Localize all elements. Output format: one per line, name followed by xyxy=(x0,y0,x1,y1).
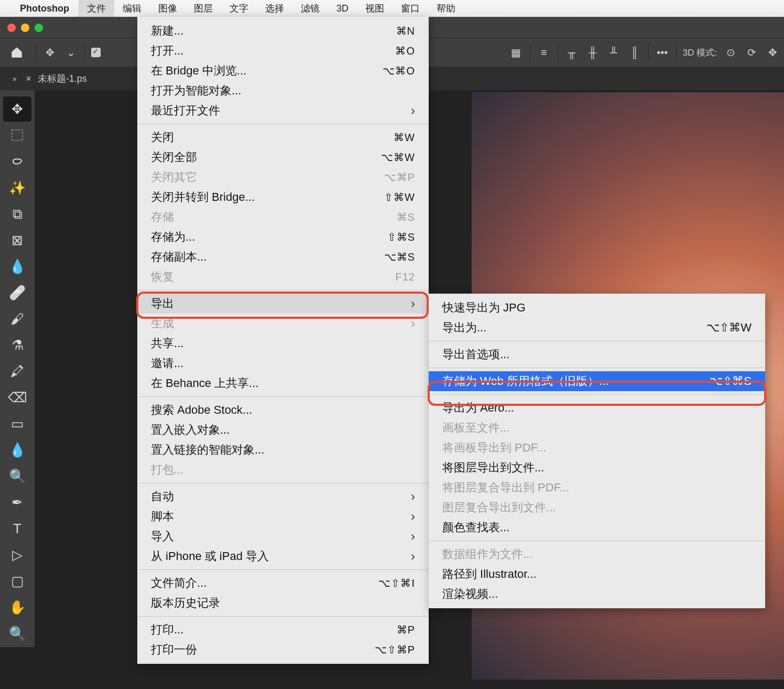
menu-image[interactable]: 图像 xyxy=(150,0,186,17)
file-menu-item[interactable]: 版本历史记录 xyxy=(137,593,429,613)
menu-item-label: 置入嵌入对象... xyxy=(151,422,230,438)
file-menu-item[interactable]: 导入 xyxy=(137,526,429,546)
distribute-middle-icon[interactable]: ╫ xyxy=(585,45,600,60)
file-menu-item[interactable]: 自动 xyxy=(137,487,429,507)
svg-rect-0 xyxy=(12,130,23,141)
export-submenu-item[interactable]: 导出为...⌥⇧⌘W xyxy=(429,318,765,338)
path-selection-tool[interactable]: ▷ xyxy=(3,542,31,567)
align-center-icon[interactable]: ≡ xyxy=(537,45,551,60)
rotate-3d-icon[interactable]: ⟳ xyxy=(744,45,759,60)
crop-tool[interactable]: ⧉ xyxy=(3,201,31,227)
menu-item-shortcut: ⇧⌘W xyxy=(384,191,415,203)
file-menu-item[interactable]: 导出 xyxy=(137,294,429,314)
file-menu-item[interactable]: 从 iPhone 或 iPad 导入 xyxy=(137,546,429,566)
file-menu-item[interactable]: 置入嵌入对象... xyxy=(137,420,429,440)
marquee-tool[interactable] xyxy=(3,123,31,148)
dodge-tool[interactable]: 🔍 xyxy=(3,464,31,489)
menu-item-label: 关闭并转到 Bridge... xyxy=(151,189,255,205)
brush-tool[interactable]: 🖌 xyxy=(3,306,31,331)
file-menu-item[interactable]: 打开...⌘O xyxy=(137,41,429,61)
menu-help[interactable]: 帮助 xyxy=(428,0,464,17)
move-tool[interactable]: ✥ xyxy=(3,96,31,122)
file-menu-item[interactable]: 搜索 Adobe Stock... xyxy=(137,400,429,420)
gradient-tool[interactable]: ▭ xyxy=(3,411,31,436)
file-menu-item[interactable]: 在 Behance 上共享... xyxy=(137,373,429,393)
file-menu-item[interactable]: 置入链接的智能对象... xyxy=(137,440,429,460)
file-menu-item[interactable]: 文件简介...⌥⇧⌘I xyxy=(137,573,429,593)
document-tab-title[interactable]: 未标题-1.ps xyxy=(38,72,87,85)
zoom-tool[interactable]: 🔍 xyxy=(3,621,31,646)
type-tool[interactable]: T xyxy=(3,516,31,541)
pen-tool[interactable]: ✒ xyxy=(3,490,31,515)
menu-item-label: 搜索 Adobe Stock... xyxy=(151,402,252,418)
menu-3d[interactable]: 3D xyxy=(328,1,357,16)
menu-select[interactable]: 选择 xyxy=(257,0,292,17)
menu-view[interactable]: 视图 xyxy=(357,0,393,17)
move-tool-icon[interactable]: ✥ xyxy=(42,45,57,60)
file-menu-item[interactable]: 最近打开文件 xyxy=(137,101,429,121)
file-menu-item[interactable]: 打开为智能对象... xyxy=(137,81,429,101)
file-menu-item[interactable]: 存储为...⇧⌘S xyxy=(137,227,429,247)
menu-edit[interactable]: 编辑 xyxy=(114,0,150,17)
file-menu-item[interactable]: 共享... xyxy=(137,333,429,353)
healing-brush-tool[interactable]: 🩹 xyxy=(3,280,31,305)
menu-item-shortcut: F12 xyxy=(396,271,415,283)
export-submenu-item[interactable]: 快速导出为 JPG xyxy=(429,298,765,318)
distribute-top-icon[interactable]: ╥ xyxy=(564,45,579,60)
export-submenu-item[interactable]: 导出为 Aero... xyxy=(429,398,765,418)
blur-tool[interactable]: 💧 xyxy=(3,437,31,462)
menu-item-label: 共享... xyxy=(151,336,183,351)
home-button[interactable] xyxy=(4,42,29,63)
export-submenu-item[interactable]: 路径到 Illustrator... xyxy=(429,564,765,584)
app-name: Photoshop xyxy=(20,3,69,14)
menu-item-label: 导出 xyxy=(151,296,174,311)
file-menu-item[interactable]: 脚本 xyxy=(137,507,429,526)
close-tab-button[interactable]: × xyxy=(26,73,31,84)
menu-window[interactable]: 窗口 xyxy=(393,0,428,17)
export-submenu-item[interactable]: 将图层导出到文件... xyxy=(429,458,765,478)
close-window-icon[interactable] xyxy=(7,24,16,32)
menu-item-label: 将图层导出到文件... xyxy=(442,460,544,476)
file-menu-item[interactable]: 存储副本...⌥⌘S xyxy=(137,247,429,267)
collapse-panels-icon[interactable]: ›› xyxy=(13,74,15,83)
file-menu-item[interactable]: 邀请... xyxy=(137,353,429,373)
magic-wand-tool[interactable]: ✨ xyxy=(3,175,31,200)
file-menu-item[interactable]: 关闭⌘W xyxy=(137,127,429,147)
menu-type[interactable]: 文字 xyxy=(221,0,257,17)
file-menu-item[interactable]: 打印一份⌥⇧⌘P xyxy=(137,640,429,660)
align-left-icon[interactable]: ▦ xyxy=(509,45,524,60)
dropdown-caret-icon[interactable]: ⌄ xyxy=(63,45,78,60)
distribute-spacing-icon[interactable]: ║ xyxy=(627,45,642,60)
file-menu-item[interactable]: 打印...⌘P xyxy=(137,620,429,640)
file-menu-item[interactable]: 在 Bridge 中浏览...⌥⌘O xyxy=(137,61,429,81)
menu-item-label: 邀请... xyxy=(151,356,183,371)
lasso-tool[interactable] xyxy=(3,149,31,174)
menu-filter[interactable]: 滤镜 xyxy=(292,0,328,17)
menu-item-shortcut: ⇧⌘S xyxy=(387,231,415,243)
pan-3d-icon[interactable]: ✥ xyxy=(765,45,780,60)
file-menu-item[interactable]: 关闭全部⌥⌘W xyxy=(137,147,429,167)
frame-tool[interactable]: ⊠ xyxy=(3,228,31,253)
file-menu-item[interactable]: 新建...⌘N xyxy=(137,21,429,41)
menu-layer[interactable]: 图层 xyxy=(186,0,221,17)
export-submenu-item[interactable]: 存储为 Web 所用格式（旧版）...⌥⇧⌘S xyxy=(429,371,765,391)
clone-stamp-tool[interactable]: ⚗ xyxy=(3,332,31,358)
more-options-icon[interactable]: ••• xyxy=(655,45,670,60)
menu-item-label: 存储副本... xyxy=(151,249,206,265)
hand-tool[interactable]: ✋ xyxy=(3,595,31,620)
distribute-bottom-icon[interactable]: ╨ xyxy=(606,45,621,60)
menu-file[interactable]: 文件 xyxy=(79,0,114,17)
menu-item-label: 存储为... xyxy=(151,229,195,245)
orbit-3d-icon[interactable]: ⊙ xyxy=(723,45,738,60)
auto-select-checkbox[interactable] xyxy=(91,48,101,57)
export-submenu-item[interactable]: 颜色查找表... xyxy=(429,518,765,537)
rectangle-tool[interactable]: ▢ xyxy=(3,568,31,594)
history-brush-tool[interactable]: 🖍 xyxy=(3,359,31,384)
maximize-window-icon[interactable] xyxy=(35,24,43,32)
eraser-tool[interactable]: ⌫ xyxy=(3,385,31,410)
export-submenu-item[interactable]: 渲染视频... xyxy=(429,584,765,604)
export-submenu-item[interactable]: 导出首选项... xyxy=(429,344,765,364)
minimize-window-icon[interactable] xyxy=(21,24,29,32)
eyedropper-tool[interactable]: 💧 xyxy=(3,254,31,279)
file-menu-item[interactable]: 关闭并转到 Bridge...⇧⌘W xyxy=(137,187,429,207)
